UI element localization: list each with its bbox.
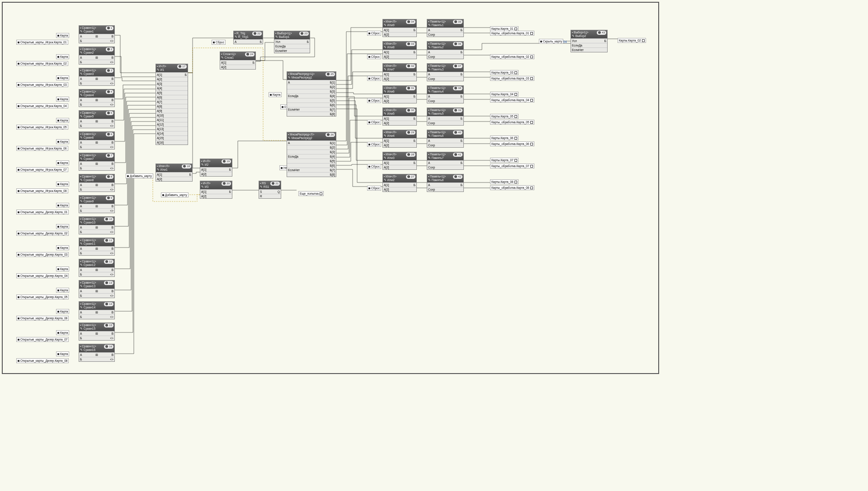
node-port-row: Б<> <box>79 208 114 213</box>
node-id-badge: 14 <box>104 302 113 306</box>
node-header: ▪ Сравн<Ц>✎ Сравн1313 <box>79 281 114 289</box>
node-port-row: А⊞В <box>79 246 114 251</box>
node-id-badge: 31 <box>406 86 415 90</box>
node-port-row: А⊞В <box>79 267 114 272</box>
node-port-row: АБ <box>427 182 463 187</box>
node-Сравн12[interactable]: ▪ Сравн<Ц>✎ Сравн1212А⊞ВБ<> <box>79 259 115 277</box>
node-Сравн14[interactable]: ▪ Сравн<Ц>✎ Сравн1414А⊞ВБ<> <box>79 301 115 319</box>
node-Или7[interactable]: ▪ Или<Л>✎ Или732А[1]БА[2] <box>382 63 417 81</box>
node-header: ▪ Сравн<Ц>✎ Сравн1212 <box>79 259 114 267</box>
node-id-badge: 11 <box>104 238 113 243</box>
tag-t-ok8: Открытые_карты_Игрок.Карта_08 <box>16 188 68 193</box>
node-port-row: А⊞В <box>79 331 114 336</box>
node-header: ▪ Сравн<Ц>✎ Сравн88 <box>79 174 114 182</box>
node-port-row: Б[3] <box>287 89 336 94</box>
tag-t-eshe: Еще_попытка <box>298 191 324 196</box>
node-port-row: Б<> <box>79 272 114 276</box>
tag-t-karta8: Карта <box>56 182 69 187</box>
node-Или5[interactable]: ▪ Или<Л>✎ Или530А[1]БА[2] <box>382 108 417 126</box>
node-Память2[interactable]: ▪ Память<Ц>✎ Память236АБСохр <box>427 41 464 59</box>
node-header: ▪ Или<Л>✎ Или934 <box>383 19 416 28</box>
node-R_Trig1[interactable]: ▪ R_Trig✎ R_Trig122АБ <box>233 31 263 44</box>
node-port-row: А[9] <box>156 108 188 113</box>
node-Слож1[interactable]: ▪ Слож<Ц>✎ Слож124А[1]БА[2] <box>220 51 256 70</box>
node-header: ▪ Память<Ц>✎ Память337 <box>427 64 463 72</box>
node-port-row: А[1]Б <box>383 138 416 143</box>
node-Сравн10[interactable]: ▪ Сравн<Ц>✎ Сравн1010А⊞ВБ<> <box>79 216 115 234</box>
node-МножРаспред1[interactable]: ▪ МножРаспред<Ц>✎ МножРаспред125АБ[1]Б[2… <box>287 71 336 117</box>
tag-t-karta7: Карта <box>56 160 69 165</box>
node-port-row: Сохр <box>427 143 463 147</box>
node-Или4[interactable]: ▪ Или<Л>✎ Или429А[1]БА[2] <box>382 130 417 148</box>
node-Сравн9[interactable]: ▪ Сравн<Ц>✎ Сравн99А⊞ВБ<> <box>79 195 115 213</box>
node-Память7[interactable]: ▪ Память<Ц>✎ Память741АБСохр <box>427 152 464 170</box>
node-port-row: А⊞В <box>79 182 114 187</box>
node-Память5[interactable]: ▪ Память<Ц>✎ Память539АБСохр <box>427 108 464 126</box>
node-port-row: А[1]Б <box>383 50 416 54</box>
node-Сравн16[interactable]: ▪ Сравн<Ц>✎ Сравн1616А⊞ВБ<> <box>79 344 115 362</box>
node-RS1[interactable]: ▪ RS✎ RS121SQR <box>259 181 281 199</box>
node-header: ▪ Или<Л>✎ Или833 <box>383 42 416 50</box>
node-id-badge: 7 <box>106 154 113 158</box>
node-Память4[interactable]: ▪ Память<Ц>✎ Память438АБСохр <box>427 85 464 103</box>
node-port-row: АБ <box>427 94 463 98</box>
tag-t-ko03: Карты_обработка.Карта_03 <box>490 76 534 81</box>
node-И1[interactable]: ▪ И<Л>✎ И117А[1]БА[2]А[3]А[4]А[5]А[6]А[7… <box>156 64 188 145</box>
tag-t-sbros4: Сброс <box>367 98 381 103</box>
node-port-row: Б<> <box>79 166 114 170</box>
node-Или2[interactable]: ▪ Или<Л>✎ Или227А[1]БА[2] <box>382 174 417 192</box>
node-port-row: Б<> <box>79 336 114 340</box>
node-Сравн2[interactable]: ▪ Сравн<Ц>✎ Сравн22А⊞ВБ<> <box>79 47 115 65</box>
node-Сравн4[interactable]: ▪ Сравн<Ц>✎ Сравн44А⊞ВБ<> <box>79 89 115 107</box>
node-port-row: Б<> <box>79 60 114 64</box>
node-port-row: А⊞В <box>79 225 114 229</box>
node-Или8[interactable]: ▪ Или<Л>✎ Или833А[1]БА[2] <box>382 41 417 59</box>
node-Или9[interactable]: ▪ Или<Л>✎ Или934А[1]БА[2] <box>382 19 417 37</box>
diagram-canvas: 54 КартаОткрытые_карты_Игрок.Карта_01Кар… <box>2 2 659 374</box>
node-Сравн15[interactable]: ▪ Сравн<Ц>✎ Сравн1515А⊞ВБ<> <box>79 323 115 341</box>
node-port-row: А[1]Б <box>383 182 416 187</box>
node-Память1[interactable]: ▪ Память<Ц>✎ Память135АБСохр <box>427 19 464 37</box>
node-Память8[interactable]: ▪ Память<Ц>✎ Память842АБСохр <box>427 174 464 192</box>
node-И2[interactable]: ▪ И<Л>✎ И219А[1]БА[2] <box>200 159 232 177</box>
node-Память6[interactable]: ▪ Память<Ц>✎ Память640АБСохр <box>427 130 464 148</box>
node-port-row: А⊞В <box>79 289 114 293</box>
tag-t-sbros2: Сброс <box>367 54 381 59</box>
node-id-badge: 38 <box>453 86 462 90</box>
node-port-row: Б<> <box>79 293 114 298</box>
node-Сравн13[interactable]: ▪ Сравн<Ц>✎ Сравн1313А⊞ВБ<> <box>79 280 115 298</box>
tag-t-ok1: Открытые_карты_Игрок.Карта_01 <box>16 40 68 45</box>
node-Сравн11[interactable]: ▪ Сравн<Ц>✎ Сравн1111А⊞ВБ<> <box>79 238 115 256</box>
node-Сравн3[interactable]: ▪ Сравн<Ц>✎ Сравн33А⊞ВБ<> <box>79 68 115 86</box>
tag-t-ko01: Карты_обработка.Карта_01 <box>490 31 534 36</box>
node-port-row: А[1]Б <box>156 72 188 77</box>
node-Сравн1[interactable]: ▪ Сравн<Ц>✎ Сравн11А⊞ВБ<> <box>79 25 115 43</box>
node-port-row: А[2] <box>383 187 416 192</box>
node-port-row: А[2] <box>156 177 192 181</box>
node-port-row: А[1]Б <box>383 116 416 121</box>
tag-t-karta1: Карта <box>56 33 69 38</box>
node-Или6[interactable]: ▪ Или<Л>✎ Или631А[1]БА[2] <box>382 85 417 103</box>
node-port-row: А[1]Б <box>383 94 416 98</box>
node-Сравн8[interactable]: ▪ Сравн<Ц>✎ Сравн88А⊞ВБ<> <box>79 174 115 192</box>
node-Память3[interactable]: ▪ Память<Ц>✎ Память337АБСохр <box>427 63 464 81</box>
node-port-row: ЕслиНетБ[7] <box>287 168 336 172</box>
node-МножРаспред2[interactable]: ▪ МножРаспред<Л>✎ МножРаспред226АБ[1]Б[2… <box>287 132 336 177</box>
node-Сравн7[interactable]: ▪ Сравн<Ц>✎ Сравн77А⊞ВБ<> <box>79 153 115 171</box>
node-Сравн6[interactable]: ▪ Сравн<Ц>✎ Сравн66А⊞ВБ<> <box>79 131 115 150</box>
node-Или1[interactable]: ▪ Или<Л>✎ Или118А[1]БА[2] <box>156 164 193 182</box>
node-port-row: Б<> <box>79 123 114 128</box>
node-Выбор1[interactable]: ▪ Выбор<Ц>✎ Выбор123УслБЕслиДаЕслиНет <box>274 31 310 53</box>
node-Сравн5[interactable]: ▪ Сравн<Ц>✎ Сравн55А⊞ВБ<> <box>79 110 115 128</box>
node-Выбор2[interactable]: ▪ Выбор<Ц>✎ Выбор243УслБЕслиДаЕслиНет <box>571 30 608 52</box>
node-port-row: Б<> <box>79 81 114 85</box>
node-И3[interactable]: ▪ И<Л>✎ И320А[1]БА[2] <box>200 181 232 199</box>
node-port-row: А[2] <box>383 98 416 103</box>
node-id-badge: 29 <box>406 131 415 135</box>
node-header: ▪ Слож<Ц>✎ Слож124 <box>220 52 255 60</box>
node-Или3[interactable]: ▪ Или<Л>✎ Или328А[1]БА[2] <box>382 152 417 170</box>
node-port-row: А[6] <box>156 95 188 99</box>
tag-t-ok6: Открытые_карты_Игрок.Карта_06 <box>16 146 68 151</box>
node-port-row: А[15] <box>156 136 188 140</box>
node-port-row: А[2] <box>220 65 255 69</box>
